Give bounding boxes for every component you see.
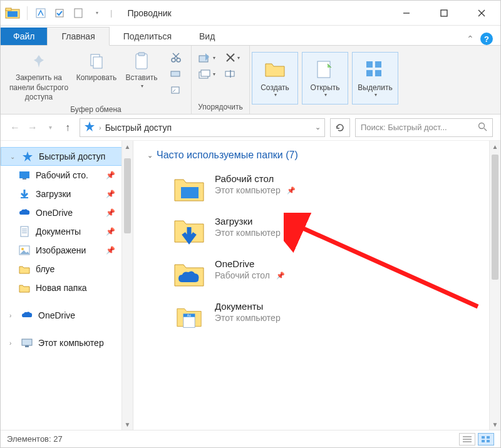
- qat-checkbox-icon[interactable]: [53, 6, 66, 20]
- minimize-button[interactable]: [388, 1, 425, 26]
- details-view-button[interactable]: [459, 433, 475, 445]
- pin-to-quick-access-button[interactable]: Закрепить на панели быстрого доступа: [4, 48, 73, 105]
- item-name: OneDrive: [215, 258, 285, 269]
- maximize-button[interactable]: [425, 1, 463, 26]
- sidebar-item-pictures[interactable]: Изображени 📌: [1, 241, 133, 260]
- qat-newfolder-icon[interactable]: [71, 6, 85, 20]
- expand-chevron-icon[interactable]: ›: [9, 312, 16, 319]
- cut-button[interactable]: [167, 51, 185, 64]
- breadcrumb-item[interactable]: Быстрый доступ: [105, 123, 172, 133]
- sidebar-item-onedrive[interactable]: OneDrive 📌: [1, 203, 133, 222]
- rename-button[interactable]: [222, 67, 239, 81]
- svg-rect-22: [201, 70, 210, 76]
- search-placeholder: Поиск: Быстрый дост...: [361, 123, 473, 132]
- sidebar-item-label: Документы: [36, 227, 81, 237]
- titlebar[interactable]: ▾ | Проводник: [1, 1, 500, 26]
- select-icon: [364, 59, 386, 81]
- folder-item-desktop[interactable]: Рабочий стол Этот компьютер📌: [133, 167, 500, 210]
- copy-button[interactable]: Копировать: [75, 48, 118, 86]
- ribbon-right-controls: ⌃ ?: [467, 33, 500, 45]
- svg-point-32: [479, 123, 485, 128]
- onedrive-icon: [21, 309, 33, 322]
- refresh-button[interactable]: [330, 118, 350, 137]
- help-icon[interactable]: ?: [480, 33, 493, 45]
- item-name: Загрузки: [215, 216, 296, 227]
- svg-text:A≡: A≡: [187, 313, 191, 317]
- folder-item-documents[interactable]: A≡ Документы Этот компьютер: [133, 295, 500, 331]
- expand-chevron-icon[interactable]: ⌄: [10, 153, 16, 160]
- pin-icon: 📌: [106, 208, 115, 217]
- search-box[interactable]: Поиск: Быстрый дост...: [355, 118, 493, 137]
- expand-chevron-icon[interactable]: ›: [9, 340, 16, 347]
- scrollbar-thumb[interactable]: [124, 158, 131, 233]
- copy-icon: [86, 51, 107, 72]
- breadcrumb-chevron[interactable]: ›: [99, 124, 101, 131]
- paste-shortcut-button[interactable]: [167, 83, 185, 97]
- new-folder-icon: [264, 59, 286, 81]
- sidebar-item-label: Новая папка: [36, 283, 87, 293]
- scroll-up-icon[interactable]: ▲: [122, 141, 133, 152]
- sidebar-this-pc[interactable]: › Этот компьютер: [1, 333, 133, 352]
- select-button[interactable]: Выделить ▾: [352, 52, 398, 104]
- scroll-down-icon[interactable]: ▼: [490, 419, 500, 430]
- svg-rect-31: [375, 70, 381, 76]
- tab-view[interactable]: Вид: [185, 28, 229, 45]
- folder-item-downloads[interactable]: Загрузки Этот компьютер📌: [133, 210, 500, 252]
- tab-file[interactable]: Файл: [1, 28, 47, 45]
- collapse-chevron-icon[interactable]: ⌄: [147, 151, 153, 160]
- sidebar-item-blue[interactable]: блуе: [1, 260, 133, 278]
- svg-rect-53: [482, 436, 485, 439]
- svg-rect-1: [6, 8, 11, 11]
- pin-label: Закрепить на панели быстрого доступа: [6, 73, 72, 103]
- address-bar[interactable]: › Быстрый доступ ⌄: [80, 118, 325, 137]
- item-subtitle: Этот компьютер: [215, 228, 281, 238]
- sidebar-item-desktop[interactable]: Рабочий сто. 📌: [1, 166, 133, 185]
- documents-icon: [18, 225, 31, 238]
- close-button[interactable]: [463, 1, 500, 26]
- copy-path-button[interactable]: [167, 67, 185, 81]
- collapse-ribbon-icon[interactable]: ⌃: [467, 34, 474, 44]
- sidebar-label: OneDrive: [38, 310, 75, 320]
- history-dropdown[interactable]: ▾: [43, 124, 57, 131]
- svg-rect-4: [56, 9, 63, 17]
- svg-rect-27: [318, 61, 330, 78]
- ribbon-group-organize: ▾ ▾ ▾ Упорядочить: [192, 46, 250, 114]
- svg-rect-11: [93, 57, 102, 68]
- select-caret: ▾: [374, 92, 377, 98]
- tab-home[interactable]: Главная: [47, 27, 109, 46]
- open-button[interactable]: Открыть ▾: [302, 52, 348, 104]
- tab-share[interactable]: Поделиться: [110, 28, 185, 45]
- folder-item-onedrive[interactable]: OneDrive Рабочий стол📌: [133, 252, 500, 295]
- sidebar-item-documents[interactable]: Документы 📌: [1, 222, 133, 241]
- move-to-button[interactable]: ▾: [198, 51, 215, 64]
- qat-properties-icon[interactable]: [34, 6, 48, 20]
- sidebar-onedrive-root[interactable]: › OneDrive: [1, 306, 133, 325]
- content-pane[interactable]: ⌄ Часто используемые папки (7) Рабочий с…: [133, 141, 500, 430]
- svg-rect-29: [375, 61, 381, 68]
- status-label: Элементов:: [7, 434, 51, 444]
- sidebar-item-downloads[interactable]: Загрузки 📌: [1, 185, 133, 203]
- forward-button[interactable]: →: [26, 122, 39, 133]
- qat-dropdown-icon[interactable]: ▾: [90, 6, 104, 20]
- navigation-pane[interactable]: ⌄ Быстрый доступ Рабочий сто. 📌 Загрузки…: [1, 141, 133, 430]
- titlebar-separator: |: [104, 8, 118, 18]
- copy-to-button[interactable]: ▾: [198, 67, 215, 81]
- back-button[interactable]: ←: [8, 122, 22, 133]
- svg-rect-43: [22, 339, 32, 345]
- sidebar-quick-access[interactable]: ⌄ Быстрый доступ: [1, 147, 133, 166]
- sidebar-scrollbar[interactable]: ▲ ▼: [121, 141, 133, 430]
- tiles-view-button[interactable]: [478, 433, 494, 445]
- up-button[interactable]: ↑: [61, 122, 75, 133]
- group-header-frequent[interactable]: ⌄ Часто используемые папки (7): [133, 141, 500, 167]
- svg-rect-37: [21, 227, 28, 237]
- new-button[interactable]: Создать ▾: [252, 52, 298, 104]
- scrollbar-thumb[interactable]: [492, 155, 498, 280]
- content-scrollbar[interactable]: ▲ ▼: [489, 141, 500, 430]
- scroll-down-icon[interactable]: ▼: [122, 419, 133, 430]
- address-dropdown-icon[interactable]: ⌄: [315, 123, 321, 131]
- delete-button[interactable]: ▾: [222, 51, 243, 64]
- scroll-up-icon[interactable]: ▲: [490, 141, 500, 152]
- item-name: Рабочий стол: [215, 173, 296, 184]
- paste-button[interactable]: Вставить ▾: [120, 48, 163, 92]
- sidebar-item-newfolder[interactable]: Новая папка: [1, 278, 133, 297]
